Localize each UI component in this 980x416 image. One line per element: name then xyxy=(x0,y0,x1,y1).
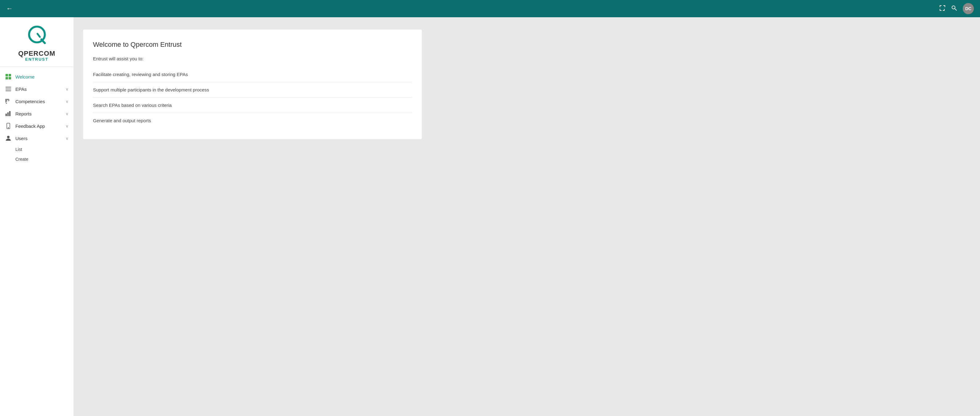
sidebar-item-welcome[interactable]: Welcome xyxy=(0,70,73,83)
puzzle-icon xyxy=(5,98,12,104)
search-button[interactable] xyxy=(951,5,957,13)
sidebar-item-users[interactable]: Users ∨ xyxy=(0,132,73,144)
feature-item-1: Support multiple participants in the dev… xyxy=(93,82,412,97)
svg-line-1 xyxy=(955,9,956,11)
svg-rect-13 xyxy=(7,112,9,116)
chevron-users: ∨ xyxy=(65,136,68,141)
intro-text: Entrust will assist you to: xyxy=(93,56,412,61)
sidebar-item-reports[interactable]: Reports ∨ xyxy=(0,107,73,120)
main-content: Welcome to Qpercom Entrust Entrust will … xyxy=(74,17,980,416)
mobile-icon xyxy=(5,123,12,129)
svg-point-17 xyxy=(7,136,10,138)
svg-rect-6 xyxy=(9,74,11,77)
svg-rect-14 xyxy=(9,111,11,116)
chevron-epas: ∨ xyxy=(65,87,68,91)
svg-rect-11 xyxy=(6,91,11,91)
welcome-card: Welcome to Qpercom Entrust Entrust will … xyxy=(83,30,422,139)
fullscreen-button[interactable] xyxy=(939,5,945,13)
layout: QPERCOM ENTRUST Welcome xyxy=(0,17,980,416)
feature-item-2: Search EPAs based on various criteria xyxy=(93,97,412,113)
logo-icon xyxy=(25,23,49,48)
logo-area: QPERCOM ENTRUST xyxy=(0,17,73,67)
sidebar-subitem-list[interactable]: List xyxy=(0,144,73,154)
sidebar-label-welcome: Welcome xyxy=(15,74,68,80)
user-icon xyxy=(5,135,12,141)
list-icon xyxy=(5,86,12,92)
sidebar-label-feedback: Feedback App xyxy=(15,123,62,129)
sidebar-item-competencies[interactable]: Competencies ∨ xyxy=(0,95,73,107)
card-title: Welcome to Qpercom Entrust xyxy=(93,41,412,49)
chevron-reports: ∨ xyxy=(65,112,68,116)
top-bar-left: ← xyxy=(6,5,13,13)
svg-rect-5 xyxy=(6,74,8,77)
sidebar-label-competencies: Competencies xyxy=(15,99,62,104)
nav-menu: Welcome EPAs ∨ xyxy=(0,67,73,168)
sidebar-label-epas: EPAs xyxy=(15,86,62,92)
feature-list: Facilitate creating, reviewing and stori… xyxy=(93,67,412,128)
back-button[interactable]: ← xyxy=(6,5,13,13)
feature-item-0: Facilitate creating, reviewing and stori… xyxy=(93,67,412,82)
sidebar-item-epas[interactable]: EPAs ∨ xyxy=(0,83,73,95)
svg-rect-9 xyxy=(6,87,11,88)
chart-icon xyxy=(5,110,12,117)
sidebar: QPERCOM ENTRUST Welcome xyxy=(0,17,74,416)
sidebar-subitem-create[interactable]: Create xyxy=(0,154,73,164)
feature-item-3: Generate and output reports xyxy=(93,113,412,128)
brand-name: QPERCOM xyxy=(18,50,56,57)
svg-rect-10 xyxy=(6,89,11,89)
chevron-feedback: ∨ xyxy=(65,124,68,128)
sidebar-item-feedback[interactable]: Feedback App ∨ xyxy=(0,120,73,132)
user-avatar[interactable]: DC xyxy=(963,3,974,14)
svg-point-16 xyxy=(8,128,9,128)
svg-point-0 xyxy=(952,6,955,9)
sidebar-label-reports: Reports xyxy=(15,111,62,116)
grid-icon xyxy=(5,73,12,80)
svg-line-4 xyxy=(37,34,40,37)
brand-sub: ENTRUST xyxy=(18,57,56,62)
logo-text: QPERCOM ENTRUST xyxy=(18,50,56,62)
svg-line-3 xyxy=(41,40,45,43)
sidebar-label-users: Users xyxy=(15,136,62,141)
top-bar: ← DC xyxy=(0,0,980,17)
chevron-competencies: ∨ xyxy=(65,99,68,104)
top-bar-right: DC xyxy=(939,3,974,14)
svg-rect-8 xyxy=(9,77,11,80)
svg-rect-12 xyxy=(6,114,7,116)
svg-rect-7 xyxy=(6,77,8,80)
